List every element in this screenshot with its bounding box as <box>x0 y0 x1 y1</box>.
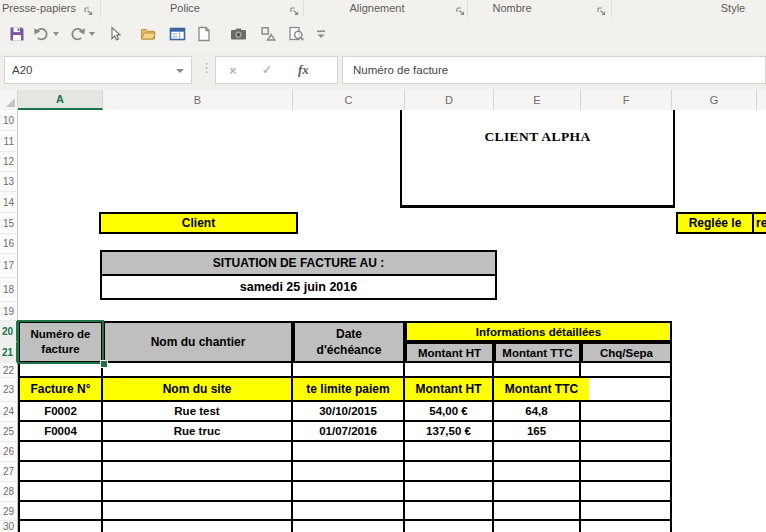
empty-cell[interactable] <box>293 442 405 460</box>
open-folder-icon[interactable] <box>139 25 157 43</box>
empty-cell[interactable] <box>494 462 581 480</box>
invoice-ht-cell[interactable]: 54,00 € <box>405 402 494 420</box>
empty-cell[interactable] <box>18 363 103 376</box>
empty-cell[interactable] <box>581 442 672 460</box>
row-header-15[interactable]: 15 <box>0 213 18 234</box>
empty-cell[interactable] <box>293 482 405 500</box>
header-cell-informations-detaillees[interactable]: Informations détaillées <box>405 321 672 342</box>
subheader-montant-ttc[interactable]: Montant TTC <box>494 378 589 400</box>
name-box[interactable]: A20 <box>4 56 192 84</box>
empty-cell[interactable] <box>18 502 103 519</box>
empty-cell[interactable] <box>405 442 494 460</box>
empty-cell[interactable] <box>494 482 581 500</box>
row-header-24[interactable]: 24 <box>0 402 18 422</box>
invoice-chq-cell[interactable] <box>581 422 672 440</box>
header-cell-montant-ht[interactable]: Montant HT <box>405 342 494 363</box>
invoice-chq-cell[interactable] <box>581 402 672 420</box>
empty-cell[interactable] <box>18 442 103 460</box>
header-cell-date-echeance[interactable]: Date d'échéance <box>293 321 405 363</box>
empty-cell[interactable] <box>18 462 103 480</box>
empty-cell[interactable] <box>103 482 293 500</box>
redo-dropdown-icon[interactable] <box>89 32 95 36</box>
column-header-b[interactable]: B <box>103 90 293 110</box>
row-header-23[interactable]: 23 <box>0 378 18 402</box>
more-commands-icon[interactable] <box>312 25 330 43</box>
column-header-f[interactable]: F <box>581 90 672 110</box>
dialog-launcher-icon[interactable] <box>83 3 94 14</box>
client-label-cell[interactable]: Client <box>99 212 298 234</box>
row-header-29[interactable]: 29 <box>0 502 18 521</box>
empty-cell[interactable] <box>494 502 581 519</box>
row-header-30[interactable]: 30 <box>0 521 18 532</box>
invoice-site-cell[interactable]: Rue test <box>103 402 293 420</box>
undo-icon[interactable] <box>32 25 50 43</box>
invoice-ht-cell[interactable]: 137,50 € <box>405 422 494 440</box>
cancel-icon[interactable]: × <box>229 63 237 78</box>
dialog-launcher-icon[interactable] <box>596 3 607 14</box>
empty-cell[interactable] <box>405 363 494 376</box>
row-header-18[interactable]: 18 <box>0 278 18 302</box>
empty-cell[interactable] <box>18 482 103 500</box>
row-header-11[interactable]: 11 <box>0 131 18 152</box>
empty-cell[interactable] <box>293 462 405 480</box>
header-cell-chq-sepa[interactable]: Chq/Sepa <box>581 342 672 363</box>
undo-dropdown-icon[interactable] <box>53 32 59 36</box>
row-header-20[interactable]: 20 <box>0 321 18 342</box>
invoice-number-cell[interactable]: F0002 <box>18 402 103 420</box>
invoice-site-cell[interactable]: Rue truc <box>103 422 293 440</box>
empty-cell[interactable] <box>103 442 293 460</box>
invoice-due-cell[interactable]: 30/10/2015 <box>293 402 405 420</box>
situation-date-cell[interactable]: samedi 25 juin 2016 <box>102 276 495 298</box>
save-icon[interactable] <box>8 25 26 43</box>
row-header-21[interactable]: 21 <box>0 342 18 363</box>
empty-cell[interactable] <box>293 363 405 376</box>
enter-icon[interactable]: ✓ <box>262 63 272 77</box>
empty-cell[interactable] <box>494 442 581 460</box>
print-preview-icon[interactable] <box>287 25 305 43</box>
empty-cell[interactable] <box>494 363 581 376</box>
select-all-corner[interactable] <box>0 90 18 110</box>
row-header-16[interactable]: 16 <box>0 234 18 254</box>
reglee-next-cell-partial[interactable]: re <box>754 212 766 234</box>
invoice-number-cell[interactable]: F0004 <box>18 422 103 440</box>
empty-cell[interactable] <box>581 462 672 480</box>
invoice-ttc-cell[interactable]: 64,8 <box>494 402 581 420</box>
empty-cell[interactable] <box>103 502 293 519</box>
column-header-e[interactable]: E <box>494 90 581 110</box>
insert-form-icon[interactable] <box>168 25 186 43</box>
reglee-le-cell[interactable]: Reglée le <box>676 212 754 234</box>
empty-cell[interactable] <box>293 521 405 532</box>
header-cell-nom-chantier[interactable]: Nom du chantier <box>103 321 293 363</box>
fill-handle[interactable] <box>100 360 108 368</box>
formula-input[interactable]: Numéro de facture <box>342 56 766 84</box>
row-header-12[interactable]: 12 <box>0 152 18 172</box>
invoice-ttc-cell[interactable]: 165 <box>494 422 581 440</box>
situation-title-cell[interactable]: SITUATION DE FACTURE AU : <box>102 252 495 276</box>
empty-cell[interactable] <box>589 378 672 400</box>
empty-cell[interactable] <box>581 363 672 376</box>
row-header-19[interactable]: 19 <box>0 302 18 321</box>
empty-cell[interactable] <box>18 521 103 532</box>
insert-function-icon[interactable]: fx <box>298 62 309 78</box>
name-box-dropdown-icon[interactable] <box>176 69 184 73</box>
header-cell-numero-facture[interactable]: Numéro de facture <box>18 321 103 363</box>
header-cell-montant-ttc[interactable]: Montant TTC <box>494 342 581 363</box>
client-name-box[interactable]: CLIENT ALPHA <box>400 110 675 208</box>
camera-icon[interactable] <box>229 25 247 43</box>
subheader-nom-du-site[interactable]: Nom du site <box>103 378 293 400</box>
empty-cell[interactable] <box>405 462 494 480</box>
select-cursor-icon[interactable] <box>106 25 124 43</box>
row-header-25[interactable]: 25 <box>0 422 18 442</box>
row-header-26[interactable]: 26 <box>0 442 18 462</box>
empty-cell[interactable] <box>103 363 293 376</box>
column-header-h-partial[interactable] <box>757 90 766 110</box>
dialog-launcher-icon[interactable] <box>289 3 300 14</box>
dialog-launcher-icon[interactable] <box>455 3 466 14</box>
row-header-27[interactable]: 27 <box>0 462 18 482</box>
column-header-d[interactable]: D <box>405 90 494 110</box>
formula-bar-resizer[interactable]: ⋮ <box>200 60 213 75</box>
subheader-montant-ht[interactable]: Montant HT <box>405 378 494 400</box>
empty-cell[interactable] <box>581 521 672 532</box>
empty-cell[interactable] <box>405 502 494 519</box>
empty-cell[interactable] <box>494 521 581 532</box>
